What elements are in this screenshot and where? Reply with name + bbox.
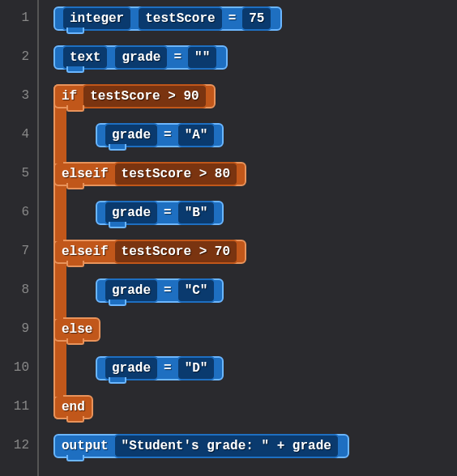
code-line-10[interactable]: grade = "D" [96, 356, 457, 395]
assign-block[interactable]: grade = "C" [96, 278, 224, 303]
output-block[interactable]: output "Student's grade: " + grade [53, 434, 349, 458]
line-number: 11 [0, 395, 37, 434]
line-number: 1 [0, 6, 37, 45]
literal-value: "D" [177, 356, 216, 380]
keyword-if: if [62, 87, 77, 105]
literal-value: 75 [241, 6, 272, 31]
else-block[interactable]: else [53, 317, 100, 342]
elseif-block[interactable]: elseif testScore > 70 [53, 240, 246, 264]
condition-expr: testScore > 70 [113, 240, 238, 264]
type-keyword: integer [62, 6, 132, 31]
equals-sign: = [164, 282, 172, 300]
code-line-2[interactable]: text grade = "" [53, 45, 457, 84]
type-keyword: text [62, 45, 109, 70]
line-number: 5 [0, 162, 37, 201]
line-number: 12 [0, 434, 37, 473]
code-line-1[interactable]: integer testScore = 75 [53, 6, 457, 45]
variable-name: grade [104, 278, 159, 303]
declare-integer-block[interactable]: integer testScore = 75 [53, 6, 282, 31]
variable-name: grade [104, 356, 159, 380]
code-line-6[interactable]: grade = "B" [96, 201, 457, 240]
keyword-elseif: elseif [62, 243, 109, 261]
line-number-gutter: 1 2 3 4 5 6 7 8 9 10 11 12 [0, 0, 39, 476]
block-editor[interactable]: integer testScore = 75 text grade = "" i… [39, 0, 457, 476]
assign-block[interactable]: grade = "B" [96, 201, 224, 225]
declare-text-block[interactable]: text grade = "" [53, 45, 228, 70]
code-line-4[interactable]: grade = "A" [96, 123, 457, 162]
assign-block[interactable]: grade = "A" [96, 123, 224, 147]
variable-name: grade [104, 123, 159, 147]
line-number: 4 [0, 123, 37, 162]
equals-sign: = [164, 359, 172, 377]
if-block[interactable]: if testScore > 90 [53, 84, 216, 108]
literal-value: "B" [177, 201, 216, 225]
code-line-3[interactable]: if testScore > 90 [53, 84, 457, 123]
line-number: 9 [0, 317, 37, 356]
line-number: 8 [0, 278, 37, 317]
line-number: 10 [0, 356, 37, 395]
code-line-8[interactable]: grade = "C" [96, 278, 457, 317]
line-number: 7 [0, 240, 37, 278]
equals-sign: = [164, 126, 172, 144]
equals-sign: = [164, 204, 172, 222]
code-line-11[interactable]: end [53, 395, 457, 434]
literal-value: "C" [177, 278, 216, 303]
code-line-12[interactable]: output "Student's grade: " + grade [53, 434, 457, 473]
literal-value: "A" [177, 123, 216, 147]
variable-name: testScore [137, 6, 223, 31]
assign-block[interactable]: grade = "D" [96, 356, 224, 380]
condition-expr: testScore > 90 [82, 84, 207, 108]
elseif-block[interactable]: elseif testScore > 80 [53, 162, 246, 186]
variable-name: grade [104, 201, 159, 225]
keyword-elseif: elseif [62, 165, 109, 183]
line-number: 2 [0, 45, 37, 84]
code-line-7[interactable]: elseif testScore > 70 [53, 240, 457, 278]
literal-value: "" [186, 45, 218, 70]
keyword-end: end [62, 398, 85, 416]
variable-name: grade [113, 45, 169, 70]
code-line-9[interactable]: else [53, 317, 457, 356]
equals-sign: = [173, 49, 182, 66]
line-number: 6 [0, 201, 37, 240]
keyword-output: output [62, 437, 109, 455]
keyword-else: else [62, 321, 92, 338]
condition-expr: testScore > 80 [113, 162, 238, 186]
line-number: 3 [0, 84, 37, 123]
end-block[interactable]: end [53, 395, 93, 419]
output-expr: "Student's grade: " + grade [113, 434, 340, 458]
equals-sign: = [228, 10, 237, 28]
code-line-5[interactable]: elseif testScore > 80 [53, 162, 457, 201]
